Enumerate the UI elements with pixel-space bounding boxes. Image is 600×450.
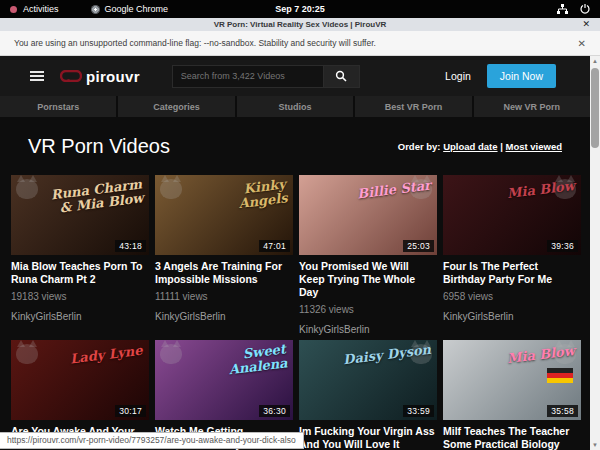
video-card[interactable]: Daisy Dyson 33:59 Im Fucking Your Virgin… — [299, 340, 437, 450]
scrollbar-up-icon[interactable]: ▲ — [590, 56, 600, 66]
video-title[interactable]: Four Is The Perfect Birthday Party For M… — [443, 260, 581, 286]
order-separator: | — [500, 141, 503, 152]
thumbnail-overlay-text: Sweet Analena — [191, 342, 289, 381]
page-title: VR Porn Videos — [28, 135, 170, 158]
duration-badge: 35:58 — [547, 405, 578, 417]
main-nav: Pornstars Categories Studios Best VR Por… — [0, 96, 590, 117]
video-thumbnail[interactable]: Mia Blow 39:36 — [443, 175, 581, 255]
taskbar-app-label: Google Chrome — [105, 4, 169, 14]
video-views: 19183 views — [11, 291, 149, 302]
window-title: VR Porn: Virtual Reality Sex Videos | Pi… — [214, 20, 387, 29]
browser-viewport: pirouvr Login Join Now Pornstars — [0, 56, 600, 450]
search-input[interactable] — [172, 65, 324, 88]
chrome-icon — [91, 5, 100, 14]
desktop-top-bar: Activities Google Chrome Sep 7 20:25 — [0, 0, 600, 18]
vr-goggles-icon — [60, 70, 82, 82]
power-icon[interactable] — [580, 4, 590, 14]
thumbnail-overlay-text: Lady Lyne — [70, 344, 144, 367]
video-title[interactable]: Im Fucking Your Virgin Ass And You Will … — [299, 425, 437, 450]
page-head: VR Porn Videos Order by: Upload date | M… — [0, 117, 590, 175]
video-title[interactable]: Milf Teaches The Teacher Some Practical … — [443, 425, 581, 450]
video-title[interactable]: Mia Blow Teaches Porn To Runa Charm Pt 2 — [11, 260, 149, 286]
duration-badge: 25:03 — [403, 240, 434, 252]
order-link-upload-date[interactable]: Upload date — [443, 141, 497, 152]
join-now-button[interactable]: Join Now — [487, 64, 556, 88]
video-thumbnail[interactable]: Mia Blow 35:58 — [443, 340, 581, 420]
chrome-warning-bar: You are using an unsupported command-lin… — [0, 31, 600, 56]
studio-watermark-icon — [160, 344, 182, 364]
video-card[interactable]: Billie Star 25:03 You Promised We Will K… — [299, 175, 437, 336]
nav-item-pornstars[interactable]: Pornstars — [0, 96, 118, 117]
video-thumbnail[interactable]: Daisy Dyson 33:59 — [299, 340, 437, 420]
duration-badge: 33:59 — [403, 405, 434, 417]
thumbnail-overlay-text: Kinky Angels — [191, 177, 289, 216]
scrollbar-thumb[interactable] — [591, 68, 599, 148]
order-by: Order by: Upload date | Most viewed — [398, 141, 562, 152]
login-link[interactable]: Login — [445, 70, 471, 82]
warning-text: You are using an unsupported command-lin… — [14, 38, 376, 48]
window-close-icon[interactable]: ✕ — [582, 19, 590, 29]
video-grid: Runa Charm & Mia Blow 43:18 Mia Blow Tea… — [11, 175, 581, 450]
duration-badge: 43:18 — [115, 240, 146, 252]
scrollbar[interactable]: ▲ ▼ — [590, 56, 600, 450]
video-thumbnail[interactable]: Runa Charm & Mia Blow 43:18 — [11, 175, 149, 255]
order-link-most-viewed[interactable]: Most viewed — [506, 141, 563, 152]
nav-item-best-vr[interactable]: Best VR Porn — [355, 96, 473, 117]
video-views: 11111 views — [155, 291, 293, 302]
video-card[interactable]: Mia Blow 35:58 Milf Teaches The Teacher … — [443, 340, 581, 450]
video-title[interactable]: 3 Angels Are Training For Impossible Mis… — [155, 260, 293, 286]
activities-indicator-icon — [10, 6, 17, 13]
duration-badge: 47:01 — [259, 240, 290, 252]
search-button[interactable] — [324, 65, 360, 88]
studio-watermark-icon — [16, 344, 38, 364]
video-thumbnail[interactable]: Sweet Analena 36:30 — [155, 340, 293, 420]
logo-text: pirouvr — [86, 68, 140, 85]
video-thumbnail[interactable]: Billie Star 25:03 — [299, 175, 437, 255]
taskbar-app-chrome[interactable]: Google Chrome — [91, 4, 169, 14]
site-header: pirouvr Login Join Now — [0, 56, 590, 96]
site-logo[interactable]: pirouvr — [60, 68, 140, 85]
video-studio[interactable]: KinkyGirlsBerlin — [11, 311, 149, 323]
duration-badge: 30:17 — [115, 405, 146, 417]
video-studio[interactable]: KinkyGirlsBerlin — [299, 324, 437, 336]
screen: Activities Google Chrome Sep 7 20:25 VR … — [0, 0, 600, 450]
video-card[interactable]: Kinky Angels 47:01 3 Angels Are Training… — [155, 175, 293, 336]
activities-button[interactable]: Activities — [23, 4, 59, 14]
nav-item-studios[interactable]: Studios — [237, 96, 355, 117]
warning-close-icon[interactable]: ✕ — [578, 38, 586, 49]
nav-item-new-vr[interactable]: New VR Porn — [474, 96, 590, 117]
video-card[interactable]: Runa Charm & Mia Blow 43:18 Mia Blow Tea… — [11, 175, 149, 336]
order-by-label: Order by: — [398, 141, 441, 152]
video-title[interactable]: You Promised We Will Keep Trying The Who… — [299, 260, 437, 299]
duration-badge: 36:30 — [259, 405, 290, 417]
scrollbar-down-icon[interactable]: ▼ — [590, 440, 600, 450]
search-icon — [335, 70, 347, 82]
window-titlebar: VR Porn: Virtual Reality Sex Videos | Pi… — [0, 18, 600, 31]
thumbnail-overlay-text: Runa Charm & Mia Blow — [47, 177, 145, 216]
german-flag-icon — [547, 368, 573, 383]
video-thumbnail[interactable]: Lady Lyne 30:17 — [11, 340, 149, 420]
menu-icon[interactable] — [30, 71, 44, 81]
video-views: 11326 views — [299, 304, 437, 315]
video-card[interactable]: Mia Blow 39:36 Four Is The Perfect Birth… — [443, 175, 581, 336]
video-thumbnail[interactable]: Kinky Angels 47:01 — [155, 175, 293, 255]
status-url: https://pirouvr.com/vr-porn-video/779325… — [0, 432, 304, 449]
video-studio[interactable]: KinkyGirlsBerlin — [155, 311, 293, 323]
clock[interactable]: Sep 7 20:25 — [275, 4, 325, 14]
video-views: 6958 views — [443, 291, 581, 302]
duration-badge: 39:36 — [547, 240, 578, 252]
video-studio[interactable]: KinkyGirlsBerlin — [443, 311, 581, 323]
studio-watermark-icon — [16, 179, 38, 199]
studio-watermark-icon — [160, 179, 182, 199]
nav-item-categories[interactable]: Categories — [118, 96, 236, 117]
network-icon[interactable] — [557, 4, 568, 14]
